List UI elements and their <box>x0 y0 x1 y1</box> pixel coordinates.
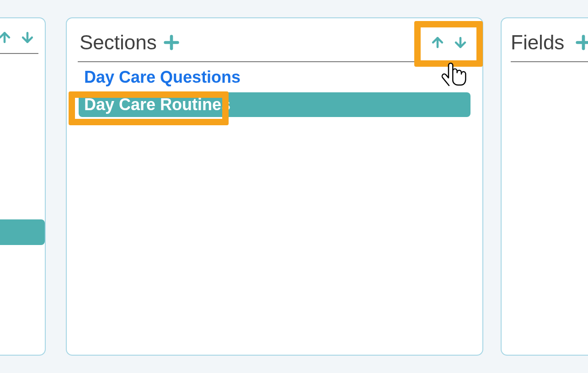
sections-panel: Sections <box>66 17 483 356</box>
arrow-down-icon[interactable] <box>18 28 37 47</box>
arrow-up-icon[interactable] <box>0 28 14 47</box>
sections-list: Day Care Questions Day Care Routines <box>67 65 482 117</box>
sections-move-controls <box>428 33 470 52</box>
divider <box>78 61 471 62</box>
section-item[interactable]: Day Care Questions <box>79 65 470 90</box>
cursor-pointer-icon <box>439 61 471 93</box>
left-selected-item[interactable] <box>0 219 45 245</box>
plus-icon[interactable] <box>162 33 181 52</box>
divider <box>0 53 38 54</box>
left-panel <box>0 17 46 356</box>
sections-title: Sections <box>80 31 157 54</box>
arrow-down-icon[interactable] <box>451 33 470 52</box>
divider <box>511 61 588 62</box>
fields-panel: Fields <box>501 17 588 356</box>
arrow-up-icon[interactable] <box>428 33 447 52</box>
plus-icon[interactable] <box>574 33 588 52</box>
section-item[interactable]: Day Care Routines <box>79 92 470 117</box>
left-move-controls <box>0 28 37 47</box>
fields-title: Fields <box>511 31 564 54</box>
